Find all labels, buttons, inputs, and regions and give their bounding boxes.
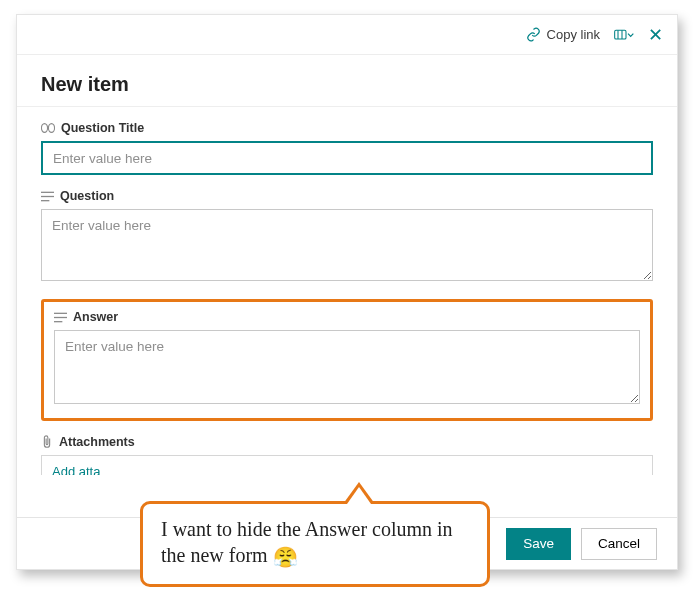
question-label: Question [41,189,653,203]
save-button[interactable]: Save [506,528,571,560]
answer-highlight-box: Answer [41,299,653,421]
close-button[interactable]: ✕ [648,26,663,44]
callout-text: I want to hide the Answer column in the … [161,518,453,566]
svg-rect-0 [615,30,626,39]
cancel-button[interactable]: Cancel [581,528,657,560]
question-input[interactable] [41,209,653,281]
link-icon [526,27,541,42]
form-settings-button[interactable] [614,27,634,43]
question-title-label-text: Question Title [61,121,144,135]
question-title-label: Question Title [41,121,653,135]
attachment-icon [41,435,53,449]
svg-point-1 [41,124,47,133]
answer-label-text: Answer [73,310,118,324]
multiline-icon [41,191,54,202]
answer-label: Answer [54,310,640,324]
multiline-icon [54,312,67,323]
panel-body: New item Question Title Question [17,55,677,475]
annotation-callout: I want to hide the Answer column in the … [140,501,490,587]
attachments-label: Attachments [41,435,653,449]
add-attachment-link[interactable]: Add atta [52,464,100,475]
panel-top-bar: Copy link ✕ [17,15,677,55]
divider [17,106,677,107]
question-title-input[interactable] [41,141,653,175]
text-field-icon [41,122,55,134]
callout-tail [343,482,375,504]
attachments-label-text: Attachments [59,435,135,449]
annoyed-emoji-icon: 😤 [273,546,298,568]
question-label-text: Question [60,189,114,203]
svg-point-2 [48,124,54,133]
answer-input[interactable] [54,330,640,404]
copy-link-label: Copy link [547,28,600,41]
attachments-area: Add atta [41,455,653,475]
copy-link-button[interactable]: Copy link [526,27,600,42]
panel-title: New item [41,73,653,96]
